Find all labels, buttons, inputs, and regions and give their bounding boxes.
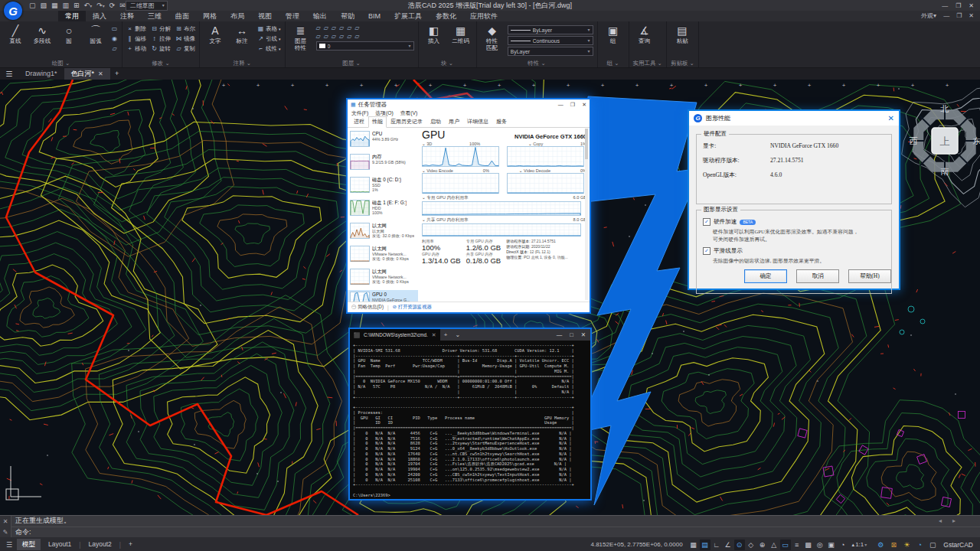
line-tool[interactable]: ╱直线 [4,23,27,45]
perf-card-以太网-4[interactable]: 以太网以太网发送: 32.0 接收: 0 Kbps [348,221,418,244]
restore-icon[interactable]: ❐ [956,2,961,9]
print-icon[interactable]: ⊞ [74,1,80,10]
layer-state-icon-b1[interactable]: ▱ [324,33,328,40]
layer-state-icon-b0[interactable]: ▱ [316,33,321,40]
region-tool[interactable]: ▱ [111,44,118,53]
autoscale-icon[interactable]: ◔ [838,540,848,550]
match-properties-tool[interactable]: ◆特性 匹配 [481,23,504,51]
object-snap-tracking-icon[interactable]: ⊕ [757,540,768,550]
measure-tool[interactable]: ∡查询 [633,23,656,45]
ortho-mode-icon[interactable]: ∟ [711,540,722,550]
doc-close-icon[interactable]: ✕ [969,11,974,21]
layer-combo[interactable]: 0▾ [316,41,414,51]
task-manager-title-bar[interactable]: ▦ 任务管理器 — ❐ ✕ [348,99,590,109]
graphics-performance-dialog[interactable]: G 图形性能 ✕ 硬件配置 显卡:NVIDIA GeForce GTX 1660… [688,109,900,290]
transparency-icon[interactable]: ▩ [803,540,814,550]
annotation-scale-control[interactable]: ▴1:1▾ [851,541,869,548]
doc-restore-icon[interactable]: ❐ [956,11,962,21]
grid-display-icon[interactable]: ▦ [688,540,699,550]
perf-card-磁盘 0 (C: D:)-2[interactable]: 磁盘 0 (C: D:)SSD1% [348,175,418,198]
tm-tab-进程[interactable]: 进程 [350,116,368,128]
layout2-tab[interactable]: Layout2 [83,539,116,550]
terminal-title-bar[interactable]: ⬛ C:\WINDOWS\system32\cmd. ✕ + ⌄ — □ ✕ [350,329,590,341]
layer-state-icon-5[interactable]: ▱ [354,24,359,31]
clean-screen-icon[interactable]: ▢ [927,540,938,550]
layer-state-icon-1[interactable]: ▱ [324,24,328,31]
rectangle-tool[interactable]: ▭ [111,24,118,33]
linear-tool[interactable]: ⌐线性▾ [257,44,281,53]
terminal-new-tab-button[interactable]: + [440,331,452,338]
document-tab-色白河*[interactable]: 色白河*✕ [64,68,110,80]
tm-scrollbar[interactable] [585,129,588,300]
tm-close-icon[interactable]: ✕ [582,102,586,108]
paste-tool[interactable]: ▤粘贴 [671,23,694,45]
menu-tab-三维[interactable]: 三维 [141,11,168,21]
task-manager-window[interactable]: ▦ 任务管理器 — ❐ ✕ 文件(F)选项(O)查看(V) 进程性能应用历史记录… [346,98,591,314]
new-document-tab-button[interactable]: + [110,68,124,80]
new-file-icon[interactable]: ▢ [29,1,36,10]
document-tab-Drawing1*[interactable]: Drawing1* [18,68,64,80]
layer-state-icon-2[interactable]: ▱ [332,24,336,31]
menu-tab-BIM[interactable]: BIM [361,11,387,21]
workspace-gear-icon[interactable]: ⚙ [875,540,886,550]
3d-object-snap-icon[interactable]: ◇ [746,540,756,550]
explode-tool[interactable]: ⊟分解 [151,24,171,33]
tm-tab-性能[interactable]: 性能 [368,116,387,128]
layer-state-icon-0[interactable]: ▱ [316,24,321,31]
circle-tool[interactable]: ○圆 [57,23,80,45]
undo-icon[interactable]: ↶▾ [84,1,93,11]
menu-tab-管理[interactable]: 管理 [279,11,306,21]
polar-tracking-icon[interactable]: ∠ [723,540,733,550]
boolean-tool[interactable]: ⊞布尔 [175,24,195,33]
object-snap-icon[interactable]: ⊙ [734,540,745,550]
layer-state-icon-4[interactable]: ▱ [347,24,351,31]
dialog-close-icon[interactable]: ✕ [888,114,894,122]
layer-state-icon-3[interactable]: ▱ [339,24,344,31]
mirror-tool[interactable]: ⋈镜像 [175,34,195,43]
selection-cycling-icon[interactable]: ◎ [815,540,825,550]
menu-tab-注释[interactable]: 注释 [113,11,141,21]
menu-tab-扩展工具[interactable]: 扩展工具 [387,11,429,21]
lineweight-icon[interactable]: ≡ [792,540,802,550]
insert-block-tool[interactable]: ◧插入 [423,23,446,45]
layer-state-icon-b3[interactable]: ▱ [339,33,344,40]
polyline-tool[interactable]: ∿多段线 [31,23,54,45]
menu-tab-曲面[interactable]: 曲面 [168,11,196,21]
workspace-select[interactable]: 二维草图 [126,1,168,11]
menu-tab-输出[interactable]: 输出 [306,11,334,21]
terminal-restore-icon[interactable]: □ [570,331,573,338]
view-cube[interactable]: 上北南西东 [908,99,980,176]
save-icon[interactable]: ▦ [51,1,58,10]
isolate-objects-icon[interactable]: ☀ [901,540,912,550]
text-tool[interactable]: A文字 [204,23,227,45]
arc-tool[interactable]: ⌒圆弧 [84,23,107,45]
leader-tool[interactable]: ↗引线▾ [257,34,281,43]
move-tool[interactable]: +移动 [126,44,146,53]
menu-tab-网格[interactable]: 网格 [196,11,224,21]
perf-card-内存-1[interactable]: 内存9.2/15.9 GB (58%) [348,152,418,175]
perf-card-CPU-0[interactable]: CPU44% 3.89 GHz [348,129,418,152]
perf-card-以太网-6[interactable]: 以太网VMware Network...发送: 0 接收: 0 Kbps [348,267,418,290]
save-as-icon[interactable]: ▥ [63,1,70,10]
drawing-canvas[interactable]: ++++++++++++++++++++++ 上北南西东 ▦ 任务管理器 — ❐… [0,80,980,515]
annotation-visibility-icon[interactable]: ▣ [826,540,837,550]
menu-tab-布局[interactable]: 布局 [224,11,251,21]
open-file-icon[interactable]: ▧ [41,1,47,10]
menu-tab-应用软件[interactable]: 应用软件 [463,11,505,21]
offset-tool[interactable]: ∥偏移 [126,34,146,43]
tm-restore-icon[interactable]: ❐ [570,102,575,108]
file-tabs-menu-icon[interactable]: ☰ [0,68,18,80]
snap-mode-icon[interactable]: ▤ [700,540,710,550]
smooth-line-checkbox[interactable]: ✓ [703,247,710,255]
command-input[interactable]: 命令: [11,527,980,538]
app-logo-icon[interactable]: G [4,2,22,20]
minimize-icon[interactable]: — [942,2,948,9]
model-tab[interactable]: 模型 [17,539,41,550]
property-combo-0[interactable]: ByLayer▾ [508,25,593,34]
dynamic-ucs-icon[interactable]: △ [769,540,779,550]
property-combo-1[interactable]: Continuous▾ [508,36,593,45]
fewer-details-toggle[interactable]: ㊀ 简略信息(D) [351,304,384,311]
document-tab-close-icon[interactable]: ✕ [98,68,103,80]
dynamic-input-icon[interactable]: ▭ [780,540,791,550]
terminal-close-icon[interactable]: ✕ [581,331,586,338]
